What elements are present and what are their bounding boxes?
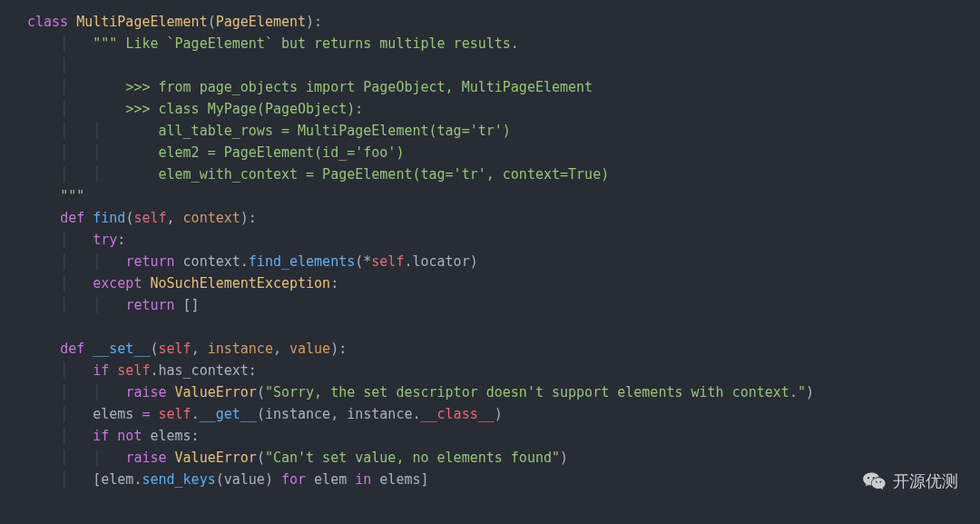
parent-class: PageElement xyxy=(216,14,306,30)
code-line: │ │ raise ValueError("Can't set value, n… xyxy=(27,447,980,469)
code-line: │ elems = self.__get__(instance, instanc… xyxy=(27,403,980,425)
code-line: │ """ Like `PageElement` but returns mul… xyxy=(27,33,980,54)
code-line: class MultiPageElement(PageElement): xyxy=(27,11,980,33)
function-name: find xyxy=(93,210,125,226)
watermark-text: 开源优测 xyxy=(893,469,958,495)
code-line: │ │ elem2 = PageElement(id_='foo') xyxy=(27,142,980,163)
code-line: │ >>> class MyPage(PageObject): xyxy=(27,98,980,120)
function-name: __set__ xyxy=(93,341,150,357)
code-line: │ >>> from page_objects import PageObjec… xyxy=(27,76,980,98)
code-line: │ │ all_table_rows = MultiPageElement(ta… xyxy=(27,120,980,142)
wechat-icon xyxy=(862,470,887,495)
watermark: 开源优测 xyxy=(862,469,958,495)
keyword-def: def xyxy=(60,210,84,226)
code-line: │ │ return [] xyxy=(27,294,980,316)
code-line: def __set__(self, instance, value): xyxy=(27,338,980,360)
code-line: """ xyxy=(27,185,980,207)
code-line: │ xyxy=(27,54,980,76)
docstring-open: """ xyxy=(93,35,125,52)
keyword-def: def xyxy=(60,341,84,357)
code-line: │ try: xyxy=(27,229,980,251)
keyword-class: class xyxy=(27,14,68,30)
code-line xyxy=(27,316,980,338)
code-editor[interactable]: class MultiPageElement(PageElement): │ "… xyxy=(27,11,980,490)
code-line: │ except NoSuchElementException: xyxy=(27,272,980,294)
code-line: │ if not elems: xyxy=(27,425,980,447)
code-line: def find(self, context): xyxy=(27,207,980,229)
code-line: │ │ elem_with_context = PageElement(tag=… xyxy=(27,163,980,185)
docstring-close: """ xyxy=(60,188,84,204)
code-line: │ │ raise ValueError("Sorry, the set des… xyxy=(27,381,980,403)
code-line: │ if self.has_context: xyxy=(27,360,980,381)
code-line: │ │ return context.find_elements(*self.l… xyxy=(27,251,980,272)
class-name: MultiPageElement xyxy=(76,14,208,30)
code-line: │ [elem.send_keys(value) for elem in ele… xyxy=(27,469,980,490)
